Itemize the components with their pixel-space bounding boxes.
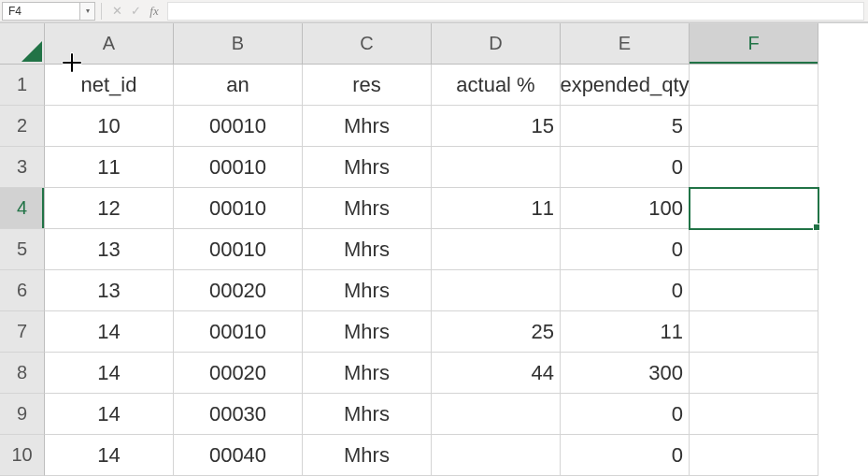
fx-icon[interactable]: fx: [145, 4, 164, 19]
cell[interactable]: Mhrs: [303, 188, 432, 229]
column-header[interactable]: C: [303, 23, 432, 65]
cell[interactable]: [690, 435, 818, 476]
spreadsheet-grid[interactable]: ABCDEF1net_idanresactual %expended_qty21…: [0, 22, 868, 476]
row-header[interactable]: 6: [0, 270, 45, 311]
select-all-corner[interactable]: [0, 23, 45, 65]
cell[interactable]: 44: [432, 353, 561, 394]
cell[interactable]: Mhrs: [303, 311, 432, 353]
cell[interactable]: actual %: [432, 65, 561, 106]
cell[interactable]: 00010: [174, 311, 303, 353]
cell[interactable]: 11: [561, 311, 690, 353]
cell[interactable]: [690, 106, 818, 147]
cell[interactable]: 15: [432, 106, 561, 147]
cell[interactable]: 00010: [174, 147, 303, 188]
cell[interactable]: [432, 394, 561, 435]
cell[interactable]: 00010: [174, 106, 303, 147]
row-header[interactable]: 8: [0, 353, 45, 394]
cell[interactable]: 13: [45, 270, 174, 311]
separator: [101, 3, 102, 20]
column-header[interactable]: B: [174, 23, 303, 65]
cell[interactable]: 00020: [174, 353, 303, 394]
cell[interactable]: 0: [561, 147, 690, 188]
row-header[interactable]: 3: [0, 147, 45, 188]
name-box-dropdown-icon[interactable]: ▾: [80, 2, 95, 21]
column-header[interactable]: E: [561, 23, 690, 65]
cell[interactable]: 5: [561, 106, 690, 147]
cell[interactable]: 0: [561, 435, 690, 476]
cell[interactable]: Mhrs: [303, 353, 432, 394]
cell[interactable]: [690, 65, 818, 106]
cell[interactable]: 11: [432, 188, 561, 229]
cell[interactable]: Mhrs: [303, 147, 432, 188]
formula-input[interactable]: [167, 2, 864, 21]
cell[interactable]: 14: [45, 311, 174, 353]
name-box[interactable]: F4: [2, 2, 80, 21]
cell[interactable]: 25: [432, 311, 561, 353]
cell[interactable]: expended_qty: [561, 65, 690, 106]
cell[interactable]: 14: [45, 435, 174, 476]
cell[interactable]: res: [303, 65, 432, 106]
cell[interactable]: 00010: [174, 229, 303, 270]
cell[interactable]: [690, 353, 818, 394]
cell[interactable]: 300: [561, 353, 690, 394]
row-header[interactable]: 2: [0, 106, 45, 147]
cell[interactable]: Mhrs: [303, 229, 432, 270]
cell[interactable]: [690, 147, 818, 188]
cell[interactable]: 14: [45, 353, 174, 394]
cell[interactable]: 13: [45, 229, 174, 270]
cell[interactable]: 00030: [174, 394, 303, 435]
formula-bar: F4 ▾ ✕ ✓ fx: [0, 0, 868, 22]
cell[interactable]: 14: [45, 394, 174, 435]
cell[interactable]: [690, 188, 818, 229]
cell[interactable]: 0: [561, 270, 690, 311]
row-header[interactable]: 4: [0, 188, 45, 229]
cell[interactable]: [690, 270, 818, 311]
row-header[interactable]: 5: [0, 229, 45, 270]
cell[interactable]: 00020: [174, 270, 303, 311]
cell[interactable]: 11: [45, 147, 174, 188]
column-header[interactable]: F: [690, 23, 818, 65]
cell[interactable]: [432, 147, 561, 188]
cell[interactable]: 0: [561, 229, 690, 270]
cell[interactable]: [432, 435, 561, 476]
cell[interactable]: Mhrs: [303, 270, 432, 311]
cell[interactable]: [432, 270, 561, 311]
row-header[interactable]: 7: [0, 311, 45, 353]
row-header[interactable]: 1: [0, 65, 45, 106]
cell[interactable]: 12: [45, 188, 174, 229]
cell[interactable]: 00010: [174, 188, 303, 229]
cell[interactable]: 0: [561, 394, 690, 435]
column-header[interactable]: D: [432, 23, 561, 65]
cell[interactable]: 10: [45, 106, 174, 147]
cell[interactable]: Mhrs: [303, 106, 432, 147]
row-header[interactable]: 10: [0, 435, 45, 476]
accept-icon: ✓: [126, 4, 145, 18]
cell[interactable]: 00040: [174, 435, 303, 476]
cell[interactable]: 100: [561, 188, 690, 229]
row-header[interactable]: 9: [0, 394, 45, 435]
cell[interactable]: [690, 394, 818, 435]
cell[interactable]: Mhrs: [303, 435, 432, 476]
column-header[interactable]: A: [45, 23, 174, 65]
cancel-icon: ✕: [107, 4, 126, 18]
cell[interactable]: [432, 229, 561, 270]
cell[interactable]: an: [174, 65, 303, 106]
cell[interactable]: [690, 229, 818, 270]
cell[interactable]: net_id: [45, 65, 174, 106]
cell[interactable]: Mhrs: [303, 394, 432, 435]
cell[interactable]: [690, 311, 818, 353]
